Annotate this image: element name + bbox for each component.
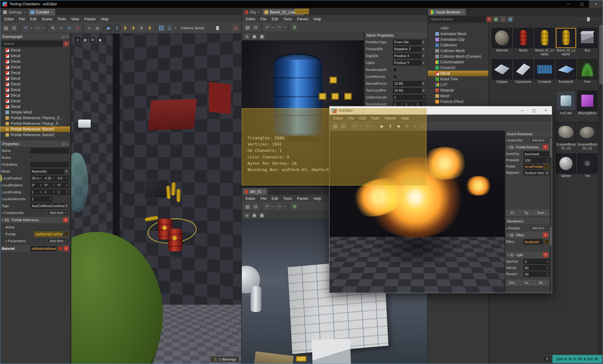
rotation-y-spinner[interactable]: 0°	[43, 183, 56, 188]
preview-image-icon[interactable]: ▣	[251, 212, 258, 218]
undo-caret-icon[interactable]: ▾	[272, 24, 275, 31]
redo-icon[interactable]: ↷	[363, 122, 371, 130]
asset-item[interactable]: ScannedRock02_LQ	[556, 122, 576, 151]
select-tool-icon[interactable]: ↖	[49, 24, 57, 32]
asset-type-filter[interactable]: ✓ Particle Effect	[428, 99, 488, 104]
close-button[interactable]: ×	[589, 0, 603, 8]
reaction-prefab-input[interactable]: rk.ezPrefab	[524, 164, 543, 169]
tab-close-icon[interactable]: ×	[263, 190, 265, 194]
tags-dropdown[interactable]: AutoColMesh|CastShadow	[30, 203, 69, 209]
particle-sub-tab[interactable]: Sy...	[520, 210, 535, 216]
asset-type-filter[interactable]: ✓ Collection	[428, 42, 488, 48]
menu-item[interactable]: File	[258, 196, 269, 201]
browse-prefab-icon[interactable]: …	[544, 164, 549, 169]
copy-icon[interactable]: ⊡	[10, 24, 18, 32]
viewport-camera-icon[interactable]: ◎	[74, 37, 81, 43]
pause-button[interactable]: ‖	[113, 24, 121, 32]
menu-item[interactable]: Panels	[294, 196, 311, 201]
menu-item[interactable]: Panels	[382, 116, 399, 120]
scene-viewport[interactable]: ◎ ▦ ⊞ ▣ ⚠ 1 Warnings	[71, 34, 241, 364]
scenegraph-item[interactable]: Decal	[0, 64, 70, 70]
scenegraph-item[interactable]: Decal	[0, 104, 70, 110]
asset-item[interactable]: ExcelsiorII	[556, 59, 576, 88]
document-tab[interactable]: Settings ×	[1, 9, 28, 15]
menu-item[interactable]: Panels	[82, 17, 98, 21]
component-active-checkbox[interactable]: ✓	[34, 225, 38, 229]
log-toggle-button[interactable]: ‖	[543, 356, 551, 362]
menu-item[interactable]: Tools	[368, 116, 382, 120]
redo-caret-icon[interactable]: ▾	[284, 24, 287, 31]
prefab-reaction-group-header[interactable]: [0] - Prefab Reaction ×	[506, 144, 549, 150]
preview-image-icon[interactable]: ▣	[251, 33, 258, 40]
scenegraph-item[interactable]: Decal	[0, 59, 70, 64]
warnings-badge[interactable]: ⚠ 1 Warnings	[210, 356, 239, 362]
asset-type-filter[interactable]: ✓ Animated Mesh	[428, 31, 488, 37]
add-event-reaction-button[interactable]: Add Item	[530, 138, 549, 143]
normal-precision-dropdown[interactable]: 10 Bit	[393, 81, 426, 86]
asset-item[interactable]: Calypso	[492, 59, 512, 88]
undo-icon[interactable]: ↶	[351, 122, 359, 130]
grid-snap-icon[interactable]	[158, 24, 165, 32]
scrollbar-thumb[interactable]	[550, 138, 551, 157]
undo-icon[interactable]: ↶	[263, 24, 271, 31]
particle-sub-tab[interactable]: Ini...	[520, 280, 535, 286]
effect-asset-input[interactable]: fectAsset	[524, 239, 543, 244]
floating-title-bar[interactable]: ezEditor – ▢ ×	[329, 106, 552, 115]
asset-type-filter[interactable]: ✓ Kraut Tree	[428, 76, 488, 82]
up-dir-dropdown[interactable]: Positive Y	[393, 60, 426, 66]
redo-icon[interactable]: ↷	[34, 24, 41, 32]
lightning-icon[interactable]	[138, 24, 145, 32]
asset-type-filter[interactable]: ✓ ColorGradient	[428, 59, 488, 65]
tab-close-icon[interactable]: ×	[462, 10, 464, 14]
undo-caret-icon[interactable]: ▾	[272, 203, 275, 210]
redo-icon[interactable]: ↷	[275, 24, 283, 31]
position-x-spinner[interactable]: 29 m	[30, 176, 43, 181]
scenegraph-item[interactable]: Decal	[0, 81, 70, 87]
position-z-spinner[interactable]: 0.5	[57, 176, 69, 181]
scenegraph-search-input[interactable]	[2, 41, 62, 47]
redo-caret-icon[interactable]: ▾	[284, 203, 287, 210]
asset-type-filter[interactable]: ✓ Collision Mesh (Convex)	[428, 54, 488, 59]
material-asset-input[interactable]: ezMaterialAsset	[30, 246, 57, 251]
scenegraph-item[interactable]: Decal	[0, 93, 70, 98]
thumbnail-size-slider[interactable]	[578, 19, 600, 20]
asset-item[interactable]: Asteroid	[492, 28, 512, 57]
intensity-spinner[interactable]: 50	[524, 265, 549, 270]
scenegraph-item[interactable]: Prefab Reference: Pickup_P...	[0, 121, 70, 126]
active-checkbox[interactable]: ✓	[30, 156, 35, 160]
rotation-x-spinner[interactable]: 0°	[30, 183, 43, 188]
component-group-header[interactable]: [0] - Prefab Reference ×	[1, 217, 69, 223]
scenegraph-item[interactable]: Prefab Reference: Barrel2	[0, 126, 70, 132]
settings-gear-icon[interactable]: ⚙	[291, 203, 298, 210]
viewport-grid-icon[interactable]: ▦	[82, 37, 88, 43]
restart-button[interactable]: ↺	[403, 122, 410, 130]
scaling-y-spinner[interactable]: 1	[43, 190, 56, 195]
menu-item[interactable]: Edit	[28, 17, 39, 21]
particle-sub-tab[interactable]: Ef...	[506, 210, 520, 216]
probability-spinner[interactable]: 100	[524, 158, 549, 163]
remove-effect-icon[interactable]: ×	[543, 233, 548, 238]
pin-icon[interactable]: +	[419, 123, 426, 129]
menu-item[interactable]: Edit	[357, 116, 368, 120]
scenegraph-item[interactable]: Decal	[0, 53, 70, 59]
dock-icon[interactable]: ◱	[62, 142, 65, 146]
asset-item[interactable]: Container	[534, 59, 555, 88]
tab-close-icon[interactable]: ×	[258, 10, 260, 14]
menu-item[interactable]: Editor	[243, 196, 258, 201]
menu-item[interactable]: File	[16, 17, 27, 21]
filter-checkbox[interactable]: ✓	[430, 94, 434, 98]
play-button[interactable]: ▶	[378, 122, 386, 130]
redo-icon[interactable]: ↷	[275, 203, 283, 210]
prefab-asset-input[interactable]: cts/Barrel2.ezPrefab	[34, 232, 62, 237]
menu-item[interactable]: File	[258, 17, 269, 21]
pause-button[interactable]: ‖	[387, 122, 394, 130]
menu-item[interactable]: Tools	[280, 17, 294, 21]
thumbnail-view-icon[interactable]: ▦	[507, 16, 513, 22]
scenegraph-item[interactable]: Decal	[0, 76, 70, 81]
rotation-z-spinner[interactable]: 0°	[57, 183, 69, 188]
asset-browser-tab[interactable]: Asset Browser ×	[428, 9, 466, 15]
menu-item[interactable]: Edit	[269, 196, 281, 201]
document-tab[interactable]: Sky ×	[242, 9, 262, 15]
primitive-type-dropdown[interactable]: From File	[393, 40, 426, 45]
menu-item[interactable]: Editor	[243, 17, 258, 21]
